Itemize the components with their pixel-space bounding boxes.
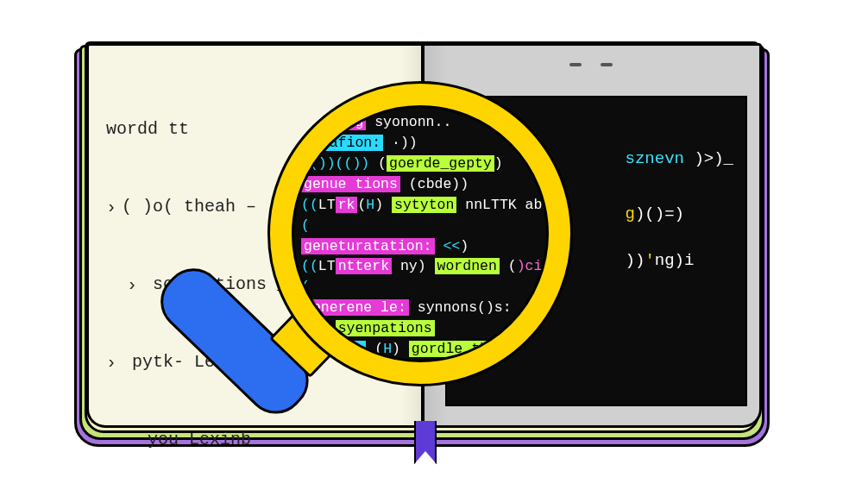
left-page-text: wordd tt ›( )o( theah – › sondrations _ …	[89, 46, 425, 496]
book-right-page-device: sznevn )>)_ g)()=) ))'ng)i	[423, 43, 762, 428]
terminal-text: sznevn )>)_ g)()=) ))'ng)i	[626, 149, 733, 282]
device-speaker-icon	[569, 63, 613, 68]
book-left-page: wordd tt ›( )o( theah – › sondrations _ …	[86, 43, 425, 428]
terminal-panel: sznevn )>)_ g)()=) ))'ng)i	[445, 96, 747, 406]
book-spine	[421, 45, 425, 423]
bookmark-ribbon-icon	[414, 421, 437, 464]
left-page-title: wordd tt	[106, 116, 408, 142]
